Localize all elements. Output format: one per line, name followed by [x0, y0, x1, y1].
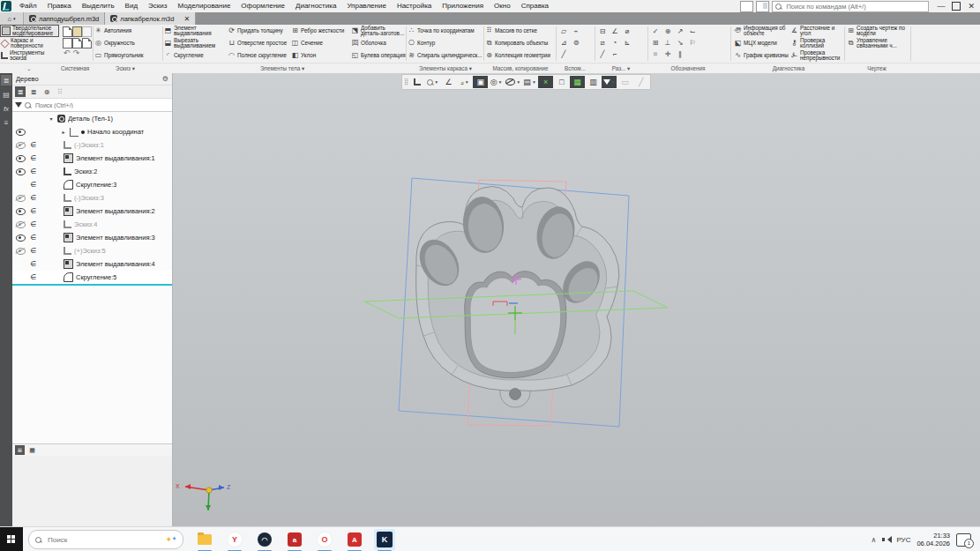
group-label-sketch[interactable]: Эскиз ▾ — [99, 65, 152, 71]
mode-solid-modeling[interactable]: Твердотельное моделирование — [0, 25, 59, 37]
tool-full-round[interactable]: ◠Полное скругление — [228, 49, 289, 62]
tool-geometry-collection[interactable]: ⊛Коллекция геометрии — [485, 49, 554, 62]
note-mark-icon[interactable]: ⌙ — [690, 27, 696, 35]
tool-distance-angle[interactable]: ∡Расстояние и угол — [790, 25, 845, 37]
table-mode-icon[interactable]: ▦ — [27, 445, 37, 455]
tray-expand-icon[interactable]: ∧ — [872, 536, 877, 544]
aux-local-cs-icon[interactable]: ⊿ — [561, 39, 567, 47]
note-leader-icon[interactable]: ↗ — [677, 27, 684, 35]
gear-icon[interactable]: ⚙ — [162, 75, 168, 83]
tab-document-1[interactable]: лапподушбрел.m3d — [24, 12, 105, 25]
tool-draft[interactable]: ◧Уклон — [291, 49, 349, 62]
menu-view[interactable]: Вид — [120, 0, 143, 12]
tool-autoline[interactable]: ✳Автолиния — [94, 25, 161, 37]
tool-point-by-coords[interactable]: ∴Точка по координатам — [408, 25, 483, 37]
menu-settings[interactable]: Настройка — [392, 0, 437, 12]
tree-item-extrude3[interactable]: ∈ Элемент выдавливания:3 — [12, 231, 172, 244]
maximize-button[interactable] — [952, 2, 961, 11]
expand-icon[interactable]: ▾ — [48, 115, 55, 122]
home-button[interactable]: ⌂▾ — [0, 12, 24, 25]
dim-angular-icon[interactable]: ∠ — [611, 27, 617, 35]
tab-document-2[interactable]: лапкабрелок.m3d ✕ — [105, 12, 196, 25]
tree-item-sketch5[interactable]: ∈ (+)Эскиз:5 — [12, 244, 172, 257]
close-tab-icon[interactable]: ✕ — [183, 15, 190, 23]
menu-layout[interactable]: Оформление — [236, 0, 290, 12]
tree-item-fillet3[interactable]: ∈ Скругление:3 — [12, 178, 172, 191]
expand-icon[interactable]: ▸ — [60, 129, 67, 135]
tool-contour[interactable]: ⎔Контур — [408, 37, 483, 49]
menu-edit[interactable]: Правка — [42, 0, 77, 12]
tool-grid-array[interactable]: ⠿Массив по сетке — [485, 25, 554, 37]
keyboard-language[interactable]: РУС — [896, 536, 910, 544]
app-steam[interactable]: ◠ — [254, 529, 275, 550]
sketch-plane-button[interactable] — [409, 76, 424, 88]
save-icon[interactable] — [82, 26, 92, 37]
tree-item-sketch1[interactable]: ∈ (-)Эскиз:1 — [12, 138, 172, 152]
app-logo-icon[interactable] — [1, 1, 11, 11]
dim-radial-icon[interactable]: ⌀ — [625, 27, 630, 35]
dim-linear-icon[interactable]: ⊟ — [600, 27, 606, 35]
aux-control-point-icon[interactable]: ⊚ — [573, 39, 580, 47]
image-quality-button[interactable]: ▤▼ — [522, 76, 537, 88]
menu-applications[interactable]: Приложения — [437, 0, 489, 12]
dim-line-icon[interactable]: ╱ — [601, 50, 605, 58]
grid-toggle-button[interactable]: ▦ — [570, 76, 585, 88]
shading-button[interactable]: ◎▼ — [489, 76, 504, 88]
note-thread-icon[interactable]: ⌗ — [654, 50, 658, 59]
mode-sketch-tools[interactable]: Инструменты эскиза — [0, 49, 59, 62]
visibility-eye-off-icon[interactable] — [16, 195, 26, 202]
menu-sketch[interactable]: Эскиз — [143, 0, 172, 12]
tree-panel-tab-icon[interactable]: ≣ — [1, 75, 11, 86]
paw-keychain-model[interactable] — [412, 187, 619, 408]
clip-toggle-button[interactable]: × — [538, 76, 553, 88]
tree-item-extrude2[interactable]: ∈ Элемент выдавливания:2 — [12, 205, 172, 218]
tree-search-input[interactable] — [34, 101, 169, 109]
tool-rib[interactable]: ⊞Ребро жесткости — [291, 25, 349, 37]
group-label-frame[interactable]: Элементы каркаса ▾ — [408, 65, 483, 71]
filter-button[interactable]: ▼ — [602, 76, 617, 88]
tree-item-origin[interactable]: ▸ Начало координат — [12, 125, 172, 138]
dim-ref-icon[interactable]: ⊾ — [625, 39, 631, 47]
app-opera[interactable]: O — [314, 529, 335, 550]
tool-object-info[interactable]: 🖑Информация об объекте — [734, 25, 789, 37]
command-search[interactable] — [772, 1, 929, 12]
tool-shell[interactable]: 回Оболочка — [351, 37, 406, 49]
menu-modeling[interactable]: Моделирование — [172, 0, 236, 12]
zoom-button[interactable]: ▼ — [425, 76, 440, 88]
tool-rectangle[interactable]: ▭Прямоугольник — [94, 49, 161, 62]
orientation-button[interactable]: ⟓▼ — [457, 76, 472, 88]
notification-icon[interactable]: 1 — [956, 533, 971, 547]
dim-aligned-icon[interactable]: ⧄ — [600, 39, 604, 48]
tool-mass-properties[interactable]: ⬕МЦХ модели — [734, 37, 789, 49]
tree-item-extrude4[interactable]: ∈ Элемент выдавливания:4 — [12, 257, 172, 271]
visibility-eye-icon[interactable] — [16, 168, 26, 175]
close-button[interactable]: ✕ — [968, 2, 975, 11]
app-yandex-browser[interactable]: Y — [224, 529, 245, 550]
note-base-icon[interactable]: ⊥ — [665, 39, 671, 47]
start-button[interactable] — [0, 527, 23, 551]
print-icon[interactable] — [63, 38, 72, 48]
tree-item-extrude1[interactable]: ∈ Элемент выдавливания:1 — [12, 152, 172, 165]
filter-icon[interactable] — [15, 102, 22, 108]
app-file-explorer[interactable] — [194, 529, 215, 550]
tree-item-sketch2[interactable]: ∈ Эскиз:2 — [12, 165, 172, 178]
visibility-eye-icon[interactable] — [16, 129, 26, 136]
tool-section[interactable]: ◫Сечение — [291, 37, 349, 49]
viewport-3d[interactable]: X Z ⣿ ▼ ∠ ⟓▼ ▣ ◎▼ ▼ ▤▼ × □ ▦ ▥ ▼ — [173, 73, 980, 526]
taskbar-search[interactable]: ✦✦ — [28, 530, 183, 549]
note-center-icon[interactable]: ✛ — [665, 50, 671, 58]
scene-settings-button[interactable]: ▥ — [586, 76, 601, 88]
tree-item-sketch3[interactable]: ∈ (-)Эскиз:3 — [12, 191, 172, 205]
visibility-eye-off-icon[interactable] — [16, 142, 26, 149]
menu-help[interactable]: Справка — [516, 0, 554, 12]
note-datum-icon[interactable]: ⊕ — [665, 27, 671, 35]
mode-frame-surfaces[interactable]: Каркас и поверхности — [0, 37, 59, 49]
visibility-eye-icon[interactable] — [16, 155, 26, 162]
toolbar-grip[interactable]: ⣿ — [404, 78, 408, 86]
command-search-input[interactable] — [784, 2, 925, 11]
app-red-2[interactable]: A — [344, 529, 365, 550]
clock[interactable]: 21:33 06.04.2026 — [916, 532, 950, 548]
menu-window[interactable]: Окно — [489, 0, 516, 12]
tool-create-drawing[interactable]: ⊞Создать чертеж по модели — [847, 25, 909, 37]
tool-circle[interactable]: ◎Окружность — [94, 37, 161, 49]
